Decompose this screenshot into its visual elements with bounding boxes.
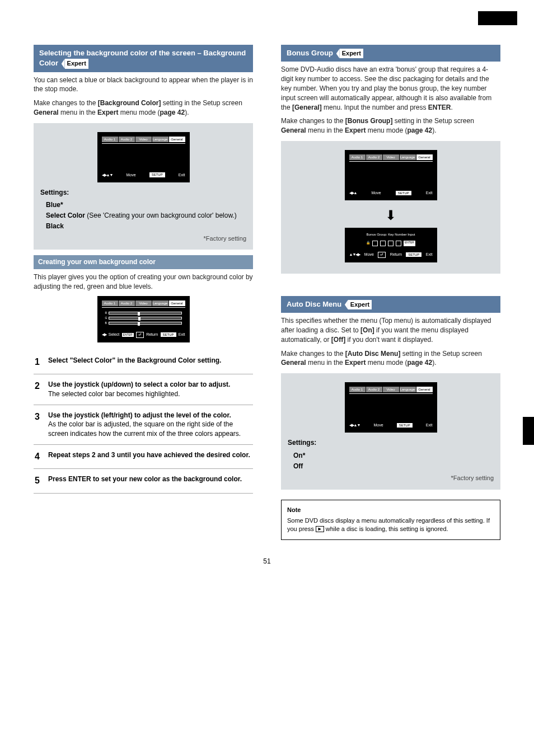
t: page 42 bbox=[407, 359, 432, 367]
osd-screenshot: Audio 1 Audio 2 Video Language General ◀… bbox=[345, 382, 437, 433]
step: 5 Press ENTER to set your new color as t… bbox=[34, 468, 253, 492]
paragraph: You can select a blue or black backgroun… bbox=[34, 76, 253, 95]
osd-tab-active: General bbox=[169, 300, 185, 306]
slider-label-b: B bbox=[105, 321, 107, 325]
t: Expert bbox=[97, 109, 118, 116]
osd-tab: Language bbox=[400, 154, 416, 160]
step-body: The selected color bar becomes highlight… bbox=[48, 390, 180, 398]
t: Select Color bbox=[46, 212, 85, 219]
t: if you don't want it displayed. bbox=[345, 336, 433, 344]
setting-item: Select Color (See 'Creating your own bac… bbox=[46, 211, 246, 220]
digit-box[interactable] bbox=[388, 241, 394, 246]
dpad-icon: ◀▶▲▼ bbox=[102, 172, 113, 178]
setup-button-icon: SETUP bbox=[149, 172, 165, 177]
step-lead: Press ENTER to set your new color as the… bbox=[48, 475, 242, 483]
osd-tab: Audio 2 bbox=[366, 154, 382, 160]
section-header-auto-disc-menu: Auto Disc Menu Expert bbox=[281, 296, 500, 313]
shaded-block: Audio 1 Audio 2 Video Language General ◀… bbox=[34, 123, 253, 250]
page: Selecting the background color of the sc… bbox=[0, 0, 534, 589]
osd-tab: Audio 2 bbox=[119, 137, 135, 142]
osd-tab: Language bbox=[152, 137, 168, 142]
t: [Background Color] bbox=[98, 99, 161, 107]
slider-label-g: G bbox=[105, 316, 107, 320]
t: Expert bbox=[345, 359, 366, 367]
osd-tab: Audio 1 bbox=[349, 387, 366, 392]
osd-screenshot: Audio 1 Audio 2 Video Language General ◀… bbox=[97, 132, 190, 182]
t: [General] bbox=[292, 104, 322, 111]
osd-tab-active: General bbox=[416, 387, 433, 392]
t: Make changes to the bbox=[281, 350, 345, 358]
setting-item: Blue* bbox=[46, 200, 246, 210]
t: ). bbox=[432, 126, 436, 134]
step-number: 3 bbox=[35, 411, 44, 439]
return-icon: ⤶ bbox=[378, 252, 386, 258]
note-label: Note bbox=[287, 506, 494, 514]
osd-tab: Audio 1 bbox=[349, 154, 366, 160]
t: General bbox=[34, 109, 59, 116]
osd-tab: Language bbox=[400, 387, 416, 392]
step: 1 Select "Select Color" in the Backgroun… bbox=[34, 350, 253, 374]
step-body: As the color bar is adjusted, the square… bbox=[48, 420, 241, 438]
t: menu mode ( bbox=[118, 109, 160, 116]
t: menu mode ( bbox=[366, 126, 407, 134]
factory-note: *Factory setting bbox=[288, 474, 494, 482]
step-lead: Select "Select Color" in the Background … bbox=[48, 356, 221, 364]
slider-area: R G B bbox=[102, 307, 185, 330]
osd-tab: Video bbox=[135, 300, 152, 306]
down-arrow-icon: ⬇ bbox=[288, 206, 494, 225]
t: [On] bbox=[360, 326, 374, 334]
lock-icon: 🔒 bbox=[366, 241, 370, 246]
t: menu in the bbox=[59, 109, 97, 116]
osd-tab: Language bbox=[152, 300, 168, 306]
osd-tab-active: General bbox=[169, 137, 185, 142]
t: Black bbox=[46, 222, 64, 230]
setup-button-icon: SETUP bbox=[396, 191, 411, 195]
bonus-input-screenshot: Bonus Group: Key Number Input 🔒 ENTER ▲▼… bbox=[345, 228, 437, 262]
expert-badge: Expert bbox=[348, 300, 372, 309]
settings-label: Settings: bbox=[40, 188, 246, 198]
t: [Off] bbox=[331, 336, 345, 344]
osd-screenshot: Audio 1 Audio 2 Video Language General ◀… bbox=[345, 150, 437, 200]
section-header-background-color: Selecting the background color of the sc… bbox=[34, 45, 253, 72]
osd-tab: Audio 2 bbox=[119, 300, 135, 306]
t: ). bbox=[185, 109, 189, 116]
t: setting in the Setup screen bbox=[400, 350, 481, 358]
setting-item: Black bbox=[46, 222, 246, 231]
t: setting in the Setup screen bbox=[392, 117, 474, 125]
dpad-icon: ◀▶▲ bbox=[349, 190, 357, 196]
left-column: Selecting the background color of the sc… bbox=[34, 45, 253, 540]
t: General bbox=[281, 126, 306, 134]
enter-button-icon: ENTER bbox=[404, 241, 415, 246]
step: 3 Use the joystick (left/right) to adjus… bbox=[34, 405, 253, 444]
osd-exit-label: Exit bbox=[179, 332, 185, 337]
osd-screenshot-sliders: Audio 1 Audio 2 Video Language General R… bbox=[97, 296, 190, 342]
t: menu mode ( bbox=[366, 359, 407, 367]
digit-box[interactable] bbox=[372, 241, 378, 246]
osd-return-label: Return bbox=[146, 332, 158, 337]
t: page 42 bbox=[160, 109, 185, 116]
t: General bbox=[281, 359, 306, 367]
osd-tab: Audio 2 bbox=[366, 387, 382, 392]
dpad-icon: ◀▶▲▼ bbox=[349, 422, 360, 428]
t: On* bbox=[293, 452, 305, 459]
paragraph: Make changes to the [Bonus Group] settin… bbox=[281, 116, 500, 135]
osd-tab: Audio 1 bbox=[102, 300, 118, 306]
enter-button-icon: ENTER bbox=[122, 333, 134, 337]
t: while a disc is loading, this setting is… bbox=[326, 525, 448, 532]
digit-box[interactable] bbox=[380, 241, 386, 246]
digit-box[interactable] bbox=[396, 241, 401, 246]
osd-move-label: Move bbox=[373, 422, 383, 428]
t: Make changes to the bbox=[281, 117, 345, 125]
osd-tab: Video bbox=[135, 137, 152, 142]
paragraph: Make changes to the [Auto Disc Menu] set… bbox=[281, 349, 500, 368]
t: Off bbox=[293, 462, 303, 470]
paragraph: Make changes to the [Background Color] s… bbox=[34, 98, 253, 118]
section-title-bold: Bonus Group bbox=[287, 49, 333, 57]
section-title-pre: Selecting the background color of the sc… bbox=[39, 49, 202, 57]
osd-move-label: Move bbox=[372, 190, 381, 196]
shaded-block: Audio 1 Audio 2 Video Language General ◀… bbox=[281, 373, 500, 490]
paragraph: This specifies whether the menu (Top men… bbox=[281, 316, 500, 344]
t: Make changes to the bbox=[34, 99, 98, 107]
step-number: 1 bbox=[35, 356, 44, 368]
paragraph: This player gives you the option of crea… bbox=[34, 273, 253, 292]
